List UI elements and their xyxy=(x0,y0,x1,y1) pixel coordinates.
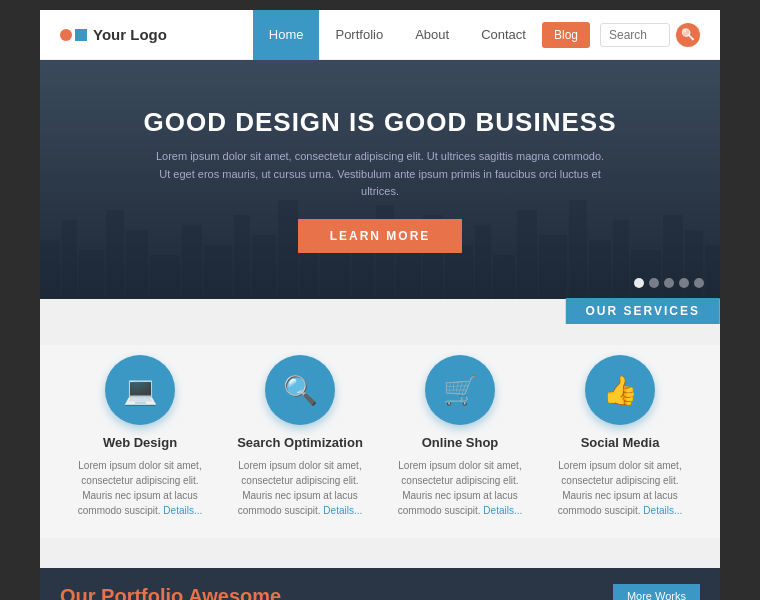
services-section: OUR SERVICES 💻 Web Design Lorem ipsum do… xyxy=(40,299,720,568)
nav-about[interactable]: About xyxy=(399,10,465,60)
online-shop-icon: 🛒 xyxy=(425,355,495,425)
hero-section: GOOD DESIGN IS GOOD BUSINESS Lorem ipsum… xyxy=(40,60,720,300)
nav-portfolio[interactable]: Portfolio xyxy=(319,10,399,60)
nav-contact[interactable]: Contact xyxy=(465,10,542,60)
web-design-desc: Lorem ipsum dolor sit amet, consectetur … xyxy=(70,458,210,518)
web-design-icon: 💻 xyxy=(105,355,175,425)
service-search-optimization: 🔍 Search Optimization Lorem ipsum dolor … xyxy=(230,355,370,518)
portfolio-title: Our Portfolio Awesome xyxy=(60,585,281,601)
svg-rect-20 xyxy=(517,210,537,300)
hero-title: GOOD DESIGN IS GOOD BUSINESS xyxy=(144,107,617,138)
hero-dot-4[interactable] xyxy=(679,278,689,288)
svg-rect-3 xyxy=(106,210,124,300)
social-media-icon: 👍 xyxy=(585,355,655,425)
search-optimization-icon: 🔍 xyxy=(265,355,335,425)
learn-more-button[interactable]: LEARN MORE xyxy=(298,219,463,253)
navbar: Your Logo Home Portfolio About Contact B… xyxy=(40,10,720,60)
svg-rect-6 xyxy=(182,225,202,300)
svg-rect-7 xyxy=(204,245,232,300)
search-optimization-title: Search Optimization xyxy=(237,435,363,450)
hero-dot-5[interactable] xyxy=(694,278,704,288)
logo-circle-orange xyxy=(60,29,72,41)
portfolio-section: Our Portfolio Awesome More Works xyxy=(40,568,720,600)
svg-rect-24 xyxy=(613,220,629,300)
logo-text: Your Logo xyxy=(93,26,167,43)
online-shop-desc: Lorem ipsum dolor sit amet, consectetur … xyxy=(390,458,530,518)
hero-dot-2[interactable] xyxy=(649,278,659,288)
hero-carousel-dots xyxy=(634,278,704,288)
web-design-details-link[interactable]: Details... xyxy=(163,505,202,516)
svg-rect-8 xyxy=(234,215,250,300)
logo-icon xyxy=(60,29,87,41)
svg-rect-21 xyxy=(539,235,567,300)
nav-blog[interactable]: Blog xyxy=(542,22,590,48)
nav-home[interactable]: Home xyxy=(253,10,320,60)
search-input[interactable] xyxy=(600,23,670,47)
svg-rect-13 xyxy=(352,250,374,300)
hero-subtitle: Lorem ipsum dolor sit amet, consectetur … xyxy=(155,148,605,201)
svg-rect-4 xyxy=(126,230,148,300)
service-online-shop: 🛒 Online Shop Lorem ipsum dolor sit amet… xyxy=(390,355,530,518)
service-web-design: 💻 Web Design Lorem ipsum dolor sit amet,… xyxy=(70,355,210,518)
svg-rect-22 xyxy=(569,200,587,300)
portfolio-header: Our Portfolio Awesome More Works xyxy=(40,568,720,600)
web-design-title: Web Design xyxy=(103,435,177,450)
social-media-title: Social Media xyxy=(581,435,660,450)
search-optimization-desc: Lorem ipsum dolor sit amet, consectetur … xyxy=(230,458,370,518)
nav-links: Home Portfolio About Contact Blog xyxy=(253,10,590,60)
svg-rect-2 xyxy=(79,250,104,300)
online-shop-title: Online Shop xyxy=(422,435,499,450)
service-social-media: 👍 Social Media Lorem ipsum dolor sit ame… xyxy=(550,355,690,518)
services-grid: 💻 Web Design Lorem ipsum dolor sit amet,… xyxy=(40,345,720,538)
svg-rect-0 xyxy=(40,240,60,300)
social-media-details-link[interactable]: Details... xyxy=(643,505,682,516)
svg-rect-9 xyxy=(252,235,276,300)
logo-area: Your Logo xyxy=(60,26,253,43)
online-shop-details-link[interactable]: Details... xyxy=(483,505,522,516)
logo-square-blue xyxy=(75,29,87,41)
search-button[interactable] xyxy=(676,23,700,47)
hero-dot-1[interactable] xyxy=(634,278,644,288)
svg-rect-1 xyxy=(62,220,77,300)
search-optimization-details-link[interactable]: Details... xyxy=(323,505,362,516)
svg-rect-10 xyxy=(278,200,298,300)
nav-search-area xyxy=(600,23,700,47)
social-media-desc: Lorem ipsum dolor sit amet, consectetur … xyxy=(550,458,690,518)
svg-rect-25 xyxy=(631,250,661,300)
services-title-bar: OUR SERVICES xyxy=(566,298,720,324)
svg-rect-28 xyxy=(705,245,720,300)
svg-rect-17 xyxy=(445,245,473,300)
more-works-button[interactable]: More Works xyxy=(613,584,700,600)
hero-dot-3[interactable] xyxy=(664,278,674,288)
svg-rect-18 xyxy=(475,225,491,300)
svg-rect-19 xyxy=(493,255,515,300)
page-wrapper: Your Logo Home Portfolio About Contact B… xyxy=(40,10,720,600)
svg-rect-27 xyxy=(685,230,703,300)
svg-rect-23 xyxy=(589,240,611,300)
svg-rect-5 xyxy=(150,255,180,300)
